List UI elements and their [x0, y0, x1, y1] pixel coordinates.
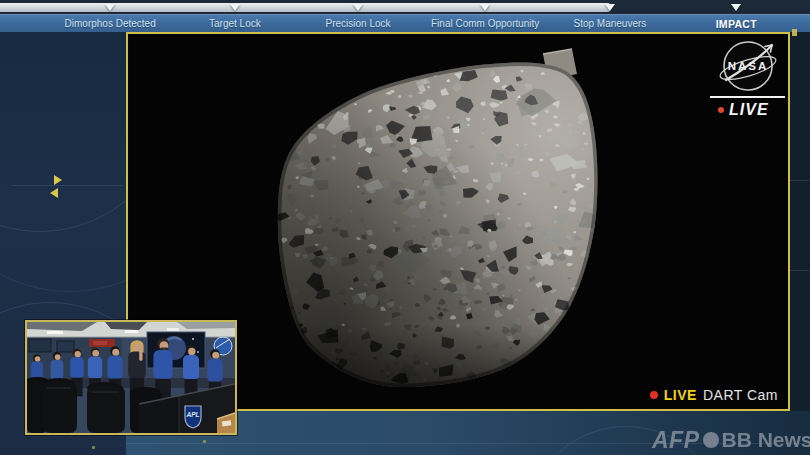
- nasa-logo-text: NASA: [728, 60, 769, 72]
- mission-control-image: APL: [27, 322, 235, 433]
- dart-cam-live-label: LIVE: [664, 387, 697, 403]
- milestone-stop-maneuvers: Stop Maneuvers: [574, 18, 647, 29]
- news-watermark: AFP BB News: [652, 426, 810, 454]
- marker-triangle-icon: [54, 175, 62, 185]
- mission-timeline-labels: Dimorphos Detected Target Lock Precision…: [0, 14, 810, 32]
- milestone-impact: IMPACT: [716, 18, 757, 30]
- corner-marker: [792, 29, 797, 36]
- record-dot-icon: [650, 391, 658, 399]
- milestone-final-comm: Final Comm Opportunity: [431, 18, 539, 29]
- live-indicator-dot-icon: [718, 107, 724, 113]
- live-label: LIVE: [729, 101, 769, 119]
- timeline-marker-icon: [480, 4, 490, 11]
- mission-control-pip: APL: [25, 320, 237, 435]
- nasa-live-overlay: NASA LIVE: [710, 39, 786, 117]
- mission-timeline-bar: [0, 0, 810, 14]
- timeline-marker-icon: [105, 4, 115, 11]
- live-rule-line: [710, 96, 785, 98]
- dart-cam-caption: LIVE DART Cam: [650, 387, 778, 403]
- apl-console-logo-text: APL: [186, 411, 200, 418]
- milestone-precision-lock: Precision Lock: [326, 18, 391, 29]
- afp-circle-icon: [703, 432, 719, 448]
- marker-triangle-icon: [50, 188, 58, 198]
- broadcast-frame: Dimorphos Detected Target Lock Precision…: [0, 0, 810, 455]
- bbnews-logo-text: BB News: [722, 428, 810, 452]
- milestone-target-lock: Target Lock: [209, 18, 261, 29]
- timeline-marker-icon: [230, 4, 240, 11]
- right-background-panel: [790, 32, 810, 411]
- afp-logo-text: AFP: [652, 427, 700, 454]
- orbit-arc-decoration: [0, 32, 126, 292]
- dart-cam-name-label: DART Cam: [703, 387, 778, 403]
- nasa-logo-icon: NASA: [710, 39, 786, 95]
- timeline-progress-fill: [0, 3, 610, 12]
- timeline-marker-icon: [353, 4, 363, 11]
- timeline-marker-icon: [605, 4, 615, 11]
- timeline-marker-icon: [731, 4, 741, 11]
- milestone-dimorphos-detected: Dimorphos Detected: [65, 18, 156, 29]
